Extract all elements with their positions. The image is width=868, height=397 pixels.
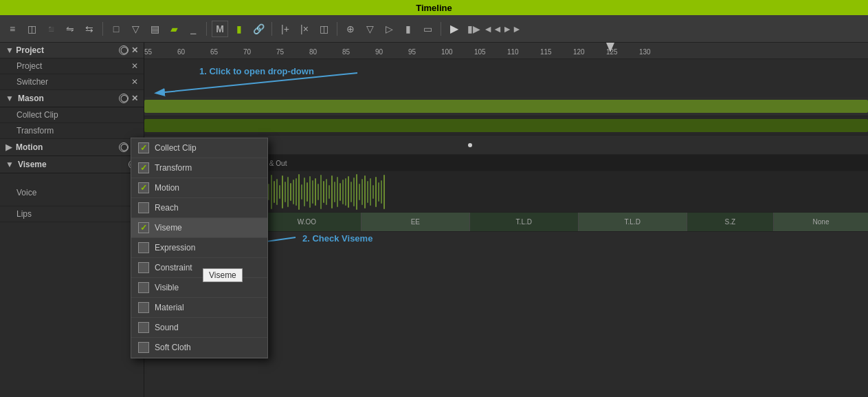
viseme-seg-tld-1: T.L.D [470, 213, 579, 231]
motion-label: Motion [16, 142, 43, 152]
svg-rect-82 [364, 175, 366, 208]
dropdown-item-expression[interactable]: Expression [131, 238, 267, 258]
dropdown-item-sound[interactable]: Sound [131, 318, 267, 338]
sidebar-item-collect-clip[interactable]: Collect Clip [0, 107, 144, 123]
dropdown-item-viseme[interactable]: Viseme [131, 218, 267, 238]
dropdown-item-constraint[interactable]: Constraint [131, 258, 267, 278]
sidebar-section-viseme[interactable]: ▼ Viseme ◯ [0, 156, 144, 173]
svg-rect-61 [307, 182, 308, 202]
svg-rect-58 [298, 174, 300, 210]
checkbox-visible[interactable] [138, 282, 149, 293]
toolbar-icon-zoom-in[interactable]: ⊕ [342, 21, 359, 37]
svg-rect-57 [296, 178, 297, 206]
toolbar-icon-skip-end[interactable]: ▮▶ [465, 21, 482, 37]
sidebar-item-switcher[interactable]: Switcher ✕ [0, 74, 144, 90]
toolbar-icon-clip[interactable]: ◾ [43, 21, 59, 37]
sidebar-item-project[interactable]: Project ✕ [0, 58, 144, 74]
viseme-label: Viseme [18, 160, 47, 169]
annotation-2-text: 2. Check Viseme [302, 233, 372, 244]
checkbox-soft-cloth[interactable] [138, 342, 149, 353]
switcher-close-icon[interactable]: ✕ [131, 77, 138, 87]
dropdown-item-motion[interactable]: Motion [131, 178, 267, 198]
toolbar-icon-split[interactable]: ◫ [315, 21, 332, 37]
toolbar-icon-green1[interactable]: ▰ [166, 21, 182, 37]
svg-rect-87 [378, 182, 379, 202]
toolbar-icon-audio[interactable]: ▷ [381, 21, 397, 37]
checkbox-constraint[interactable] [138, 262, 149, 273]
dropdown-item-soft-cloth[interactable]: Soft Cloth [131, 338, 267, 358]
sidebar: ▼ Project ◯ ✕ Project ✕ Switcher ✕ ▼ Mas… [0, 43, 144, 397]
dropdown-item-material[interactable]: Material [131, 298, 267, 318]
toolbar-icon-chain[interactable]: 🔗 [250, 21, 267, 37]
svg-rect-78 [353, 178, 355, 206]
svg-rect-56 [293, 180, 294, 204]
svg-rect-73 [340, 183, 341, 201]
track-content-collect [144, 116, 868, 135]
dropdown-label-motion: Motion [155, 183, 179, 193]
transform-text: Transform [16, 126, 54, 136]
toolbar-icon-play[interactable]: ▶ [446, 21, 463, 37]
sidebar-item-transform[interactable]: Transform [0, 123, 144, 139]
svg-rect-67 [323, 181, 324, 203]
dropdown-item-collect-clip[interactable]: Collect Clip [131, 138, 267, 158]
toolbar-icon-copy[interactable]: □ [108, 21, 124, 37]
checkbox-collect-clip[interactable] [138, 142, 149, 153]
toolbar-icon-list[interactable]: ≡ [4, 21, 21, 37]
checkbox-viseme[interactable] [138, 222, 149, 233]
toolbar-icon-delete[interactable]: |× [296, 21, 313, 37]
svg-rect-71 [334, 182, 335, 202]
dropdown-label-viseme: Viseme [155, 223, 182, 233]
toolbar-icon-bars[interactable]: ▤ [146, 21, 163, 37]
ruler-mark-80: 80 [309, 48, 317, 56]
toolbar-sep-4 [337, 22, 337, 36]
ruler-mark-55: 55 [144, 48, 152, 56]
toolbar-icon-arrow-down[interactable]: ▽ [127, 21, 144, 37]
toolbar-icon-zoom-arrow[interactable]: ▽ [361, 21, 378, 37]
toolbar-icon-m[interactable]: M [212, 21, 228, 37]
toolbar-icon-export[interactable]: ▭ [419, 21, 436, 37]
toolbar-icon-swap1[interactable]: ⇋ [62, 21, 78, 37]
dropdown-label-transform: Transform [155, 163, 192, 173]
dropdown-item-reach[interactable]: Reach [131, 198, 267, 218]
sidebar-section-motion[interactable]: ▶ Motion ◯ ✕ [0, 139, 144, 156]
dropdown-item-visible[interactable]: Visible [131, 278, 267, 298]
toolbar-icon-bar[interactable]: ▮ [400, 21, 416, 37]
sidebar-section-mason[interactable]: ▼ Mason ◯ ✕ [0, 90, 144, 107]
mason-close-icon[interactable]: ✕ [131, 94, 138, 103]
toolbar-icon-grid[interactable]: ◫ [23, 21, 40, 37]
sidebar-section-project-label: ▼ Project [5, 45, 44, 55]
dropdown-item-transform[interactable]: Transform [131, 158, 267, 178]
sidebar-item-lips[interactable]: Lips [0, 206, 144, 222]
playhead-head [606, 43, 614, 52]
toolbar-icon-insert[interactable]: |+ [277, 21, 293, 37]
svg-rect-74 [342, 180, 344, 204]
viseme-seg-woo: W.OO [253, 213, 361, 231]
toolbar-icon-link[interactable]: ⎯ [185, 21, 201, 37]
sidebar-section-project[interactable]: ▼ Project ◯ ✕ [0, 43, 144, 58]
svg-rect-64 [315, 178, 316, 206]
checkbox-sound[interactable] [138, 322, 149, 333]
ruler-marks: 55 60 65 70 75 80 85 90 95 100 105 110 1… [144, 43, 868, 57]
annotation-arrow-svg [144, 59, 419, 97]
toolbar-icon-rewind[interactable]: ◄◄ [485, 21, 501, 37]
project-collapse-icon[interactable]: ◯ [119, 45, 129, 55]
track-content-mason [144, 97, 868, 116]
project-close-icon[interactable]: ✕ [131, 45, 138, 55]
svg-rect-60 [304, 178, 305, 206]
toolbar-icon-plus-box[interactable]: ▮ [231, 21, 247, 37]
toolbar-icon-swap2[interactable]: ⇆ [81, 21, 98, 37]
checkbox-reach[interactable] [138, 202, 149, 213]
track-row-mason [144, 97, 868, 116]
checkbox-motion[interactable] [138, 182, 149, 193]
checkbox-expression[interactable] [138, 242, 149, 253]
sidebar-item-voice[interactable]: Voice [0, 173, 144, 206]
checkbox-material[interactable] [138, 302, 149, 313]
svg-rect-88 [381, 180, 382, 204]
project-item-close-icon[interactable]: ✕ [131, 61, 138, 71]
toolbar-icon-fast-forward[interactable]: ►► [504, 21, 520, 37]
motion-collapse-icon[interactable]: ◯ [119, 142, 129, 152]
mason-collapse-icon[interactable]: ◯ [119, 94, 129, 103]
checkbox-transform[interactable] [138, 162, 149, 173]
ruler-mark-85: 85 [342, 48, 350, 56]
dropdown-label-expression: Expression [155, 243, 195, 253]
